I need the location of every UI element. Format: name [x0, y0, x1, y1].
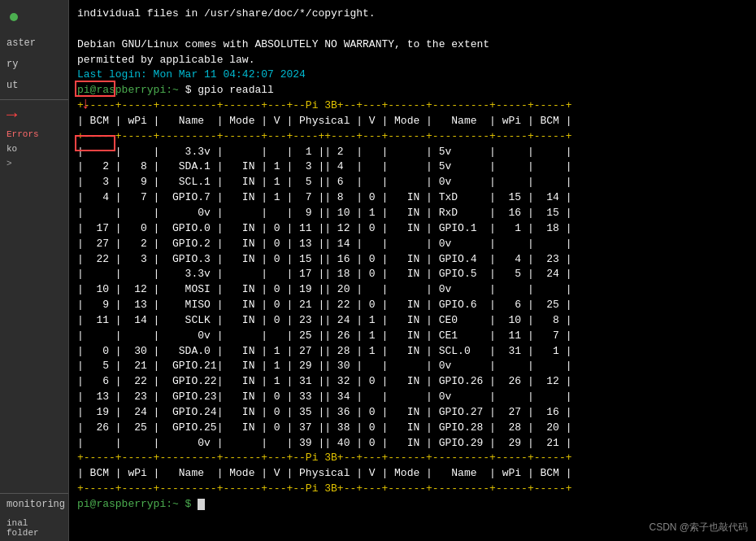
sidebar-item-ry[interactable]: ry [0, 54, 68, 75]
terminal-login: Last login: Mon Mar 11 04:42:07 2024 [77, 68, 306, 81]
terminal-row-14: | 5 | 21 | GPIO.21| IN | 1 | 29 || 30 | … [77, 360, 572, 372]
terminal-table-header: +-----+-----+---------+------+---+--Pi 3… [77, 99, 572, 111]
terminal-row-4: | | | 0v | | | 9 || 10 | 1 | IN | RxD | … [77, 207, 572, 219]
sidebar-final-folder[interactable]: inal folder [0, 515, 68, 541]
sidebar-item-aster[interactable]: aster [0, 33, 68, 54]
terminal-row-10: | 9 | 13 | MISO | IN | 0 | 21 || 22 | 0 … [77, 299, 572, 311]
sidebar-expand[interactable]: > [0, 156, 68, 171]
terminal-row-3: | 4 | 7 | GPIO.7 | IN | 1 | 7 || 8 | 0 |… [77, 191, 572, 203]
terminal-col-header: | BCM | wPi | Name | Mode | V | Physical… [77, 115, 572, 127]
sidebar-divider [0, 99, 68, 100]
sidebar-monitoring[interactable]: monitoring [0, 493, 68, 515]
terminal-row-16: | 13 | 23 | GPIO.23| IN | 0 | 33 || 34 |… [77, 390, 572, 403]
terminal-row-6: | 27 | 2 | GPIO.2 | IN | 0 | 13 || 14 | … [77, 238, 572, 250]
terminal-cursor [198, 499, 205, 510]
terminal-output: individual files in /usr/share/doc/*/cop… [77, 7, 748, 513]
terminal-prompt1-user: pi@raspberrypi:~ [77, 84, 179, 96]
red-annotation-arrow: ↓ [80, 94, 90, 113]
annotation-arrow: → [0, 103, 68, 127]
terminal-footer-sep: +-----+-----+---------+------+---+--Pi 3… [77, 452, 572, 464]
terminal-row-12: | | | 0v | | | 25 || 26 | 1 | IN | CE1 |… [77, 329, 572, 342]
sidebar-item-ko[interactable]: ko [0, 142, 68, 156]
terminal-row-19: | | | 0v | | | 39 || 40 | 0 | IN | GPIO.… [77, 437, 572, 449]
terminal-col-footer: | BCM | wPi | Name | Mode | V | Physical… [77, 467, 572, 479]
sidebar-item-ut[interactable]: ut [0, 75, 68, 96]
terminal-row-1: | 2 | 8 | SDA.1 | IN | 1 | 3 || 4 | | | … [77, 160, 572, 172]
terminal-row-11: | 11 | 14 | SCLK | IN | 0 | 23 || 24 | 1… [77, 314, 572, 326]
terminal-row-13: | 0 | 30 | SDA.0 | IN | 1 | 27 || 28 | 1… [77, 345, 572, 357]
terminal-footer-pi: +-----+-----+---------+------+---+--Pi 3… [77, 482, 572, 495]
watermark: CSDN @索子也敲代码 [649, 521, 748, 534]
terminal-row-7: | 22 | 3 | GPIO.3 | IN | 0 | 15 || 16 | … [77, 253, 572, 265]
terminal-prompt1-cmd: $ gpio readall [185, 84, 274, 96]
terminal-row-15: | 6 | 22 | GPIO.22| IN | 1 | 31 || 32 | … [77, 375, 572, 387]
terminal-table-sep: +-----+-----+---------+------+---+----++… [77, 130, 572, 142]
terminal-area: individual files in /usr/share/doc/*/cop… [69, 0, 756, 541]
green-dot-icon [10, 13, 18, 21]
terminal-row-2: | 3 | 9 | SCL.1 | IN | 1 | 5 || 6 | | | … [77, 176, 572, 188]
terminal-prompt2: pi@raspberrypi:~ $ [77, 498, 191, 510]
terminal-row-0: | | | 3.3v | | | 1 || 2 | | | 5v | | | [77, 146, 572, 158]
terminal-row-8: | | | 3.3v | | | 17 || 18 | 0 | IN | GPI… [77, 268, 572, 280]
terminal-line-1: individual files in /usr/share/doc/*/cop… [77, 7, 376, 20]
terminal-row-9: | 10 | 12 | MOSI | IN | 0 | 19 || 20 | |… [77, 283, 572, 295]
terminal-row-18: | 26 | 25 | GPIO.25| IN | 0 | 37 || 38 |… [77, 421, 572, 434]
terminal-row-17: | 19 | 24 | GPIO.24| IN | 0 | 35 || 36 |… [77, 406, 572, 418]
sidebar: aster ry ut → Errors ko > monitoring ina… [0, 0, 69, 541]
terminal-line-3: Debian GNU/Linux comes with ABSOLUTELY N… [77, 38, 489, 50]
sidebar-item-errors[interactable]: Errors [0, 127, 68, 142]
terminal-row-5: | 17 | 0 | GPIO.0 | IN | 0 | 11 || 12 | … [77, 222, 572, 234]
terminal-line-4: permitted by applicable law. [77, 54, 254, 66]
